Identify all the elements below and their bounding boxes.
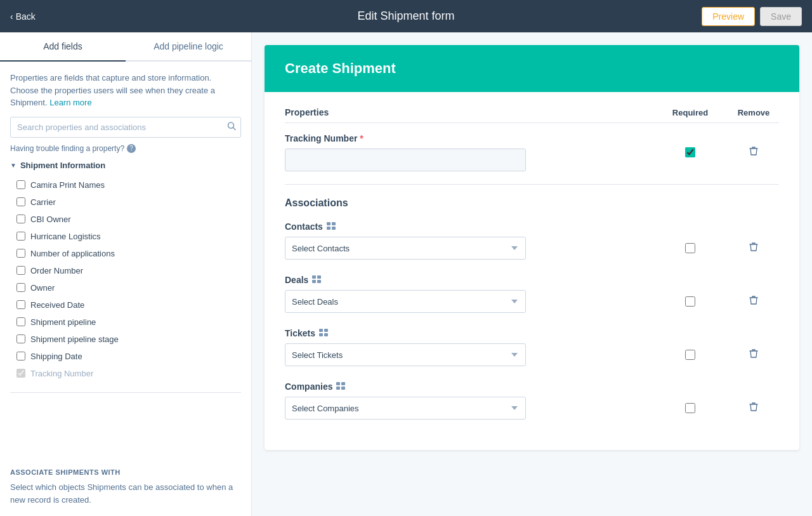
search-box — [10, 117, 241, 138]
field-checkbox[interactable] — [16, 352, 25, 361]
assoc-remove — [728, 295, 779, 308]
tracking-number-input-preview — [285, 149, 526, 171]
association-row: Deals Select Deals — [285, 275, 779, 313]
field-label: Shipping Date — [30, 352, 82, 361]
field-checkbox[interactable] — [16, 266, 25, 275]
assoc-remove-button[interactable] — [749, 295, 758, 308]
required-checkbox-tracking[interactable] — [685, 147, 695, 157]
divider — [10, 392, 241, 393]
assoc-select-input[interactable]: Select Companies — [285, 397, 526, 420]
svg-rect-7 — [317, 275, 321, 279]
tab-add-fields[interactable]: Add fields — [0, 32, 126, 62]
preview-button[interactable]: Preview — [702, 7, 755, 26]
svg-line-1 — [233, 128, 236, 130]
back-label: Back — [16, 11, 36, 22]
field-label: Tracking Number — [30, 369, 93, 378]
assoc-select-row: Select Tickets — [285, 343, 779, 366]
field-checkbox[interactable] — [16, 283, 25, 292]
field-checkbox[interactable] — [16, 197, 25, 206]
svg-rect-17 — [341, 387, 345, 390]
field-label: Shipment pipeline stage — [30, 334, 119, 344]
assoc-select-row: Select Deals — [285, 290, 779, 313]
svg-rect-16 — [336, 387, 340, 390]
field-checkbox[interactable] — [16, 334, 25, 343]
field-item: Carrier — [10, 194, 241, 211]
trouble-line: Having trouble finding a property? ? — [10, 144, 241, 153]
associations-title: Associations — [285, 197, 779, 209]
field-checkbox[interactable] — [16, 369, 25, 378]
assoc-select-input[interactable]: Select Tickets — [285, 343, 526, 366]
field-label: Camira Print Names — [30, 180, 105, 190]
field-item: Owner — [10, 279, 241, 296]
field-checkbox[interactable] — [16, 180, 25, 189]
header-left: ‹ Back — [10, 11, 36, 22]
assoc-required-checkbox[interactable] — [685, 403, 695, 413]
field-label: Order Number — [30, 266, 83, 275]
assoc-required-checkbox[interactable] — [685, 296, 695, 307]
assoc-grid-icon — [336, 381, 345, 392]
assoc-remove — [728, 348, 779, 361]
main-layout: Add fields Add pipeline logic Properties… — [0, 32, 812, 516]
assoc-remove-button[interactable] — [749, 348, 758, 361]
search-input[interactable] — [10, 117, 241, 138]
section-header-shipment[interactable]: ▼ Shipment Information — [10, 161, 241, 170]
field-label: Hurricane Logistics — [30, 232, 101, 241]
assoc-label: Deals — [285, 275, 308, 285]
svg-rect-14 — [336, 382, 340, 385]
assoc-grid-icon — [327, 222, 336, 232]
assoc-label: Contacts — [285, 222, 323, 232]
field-item: Tracking Number — [10, 365, 241, 382]
sidebar-content: Properties are fields that capture and s… — [0, 62, 251, 468]
field-checkbox[interactable] — [16, 232, 25, 241]
field-item: Shipment pipeline — [10, 314, 241, 331]
field-item: Number of applications — [10, 245, 241, 262]
help-icon[interactable]: ? — [127, 144, 136, 153]
assoc-required — [652, 350, 728, 360]
tab-add-pipeline[interactable]: Add pipeline logic — [126, 32, 251, 62]
svg-rect-11 — [324, 329, 328, 332]
svg-rect-15 — [341, 382, 345, 385]
field-checkbox[interactable] — [16, 317, 25, 326]
search-icon[interactable] — [227, 122, 236, 133]
field-label: Carrier — [30, 197, 56, 207]
section-title: Shipment Information — [20, 161, 105, 170]
save-button[interactable]: Save — [760, 7, 802, 26]
assoc-select: Select Deals — [285, 290, 652, 313]
learn-more-link[interactable]: Learn more — [49, 98, 91, 107]
assoc-remove-button[interactable] — [749, 242, 758, 255]
property-row-tracking: Tracking Number * — [285, 133, 779, 185]
back-arrow-icon: ‹ — [10, 11, 13, 22]
assoc-label: Companies — [285, 381, 332, 392]
assoc-select-input[interactable]: Select Contacts — [285, 237, 526, 260]
field-checkbox[interactable] — [16, 300, 25, 309]
back-button[interactable]: ‹ Back — [10, 11, 36, 22]
assoc-remove-button[interactable] — [749, 402, 758, 414]
field-checkbox[interactable] — [16, 215, 25, 223]
form-body: Properties Required Remove Tracking Numb… — [265, 92, 799, 450]
property-name-tracking: Tracking Number * — [285, 133, 652, 143]
svg-rect-12 — [319, 333, 323, 336]
field-label: Owner — [30, 283, 55, 293]
field-item: Shipping Date — [10, 348, 241, 365]
assoc-required-checkbox[interactable] — [685, 243, 695, 253]
form-preview: Create Shipment Properties Required Remo… — [265, 45, 799, 450]
field-checkbox[interactable] — [16, 249, 25, 258]
svg-rect-9 — [317, 280, 321, 283]
svg-rect-5 — [332, 227, 336, 230]
remove-label: Remove — [728, 108, 779, 117]
assoc-label-row: Deals — [285, 275, 779, 285]
assoc-label-row: Companies — [285, 381, 779, 392]
svg-rect-6 — [312, 275, 316, 279]
assoc-select: Select Tickets — [285, 343, 652, 366]
assoc-remove — [728, 402, 779, 414]
form-header: Create Shipment — [265, 45, 799, 92]
assoc-required-checkbox[interactable] — [685, 350, 695, 360]
assoc-select-input[interactable]: Select Deals — [285, 290, 526, 313]
sidebar-description: Properties are fields that capture and s… — [10, 72, 241, 109]
assoc-grid-icon — [319, 328, 328, 338]
field-item: Received Date — [10, 296, 241, 314]
associations-container: Contacts Select Contacts — [285, 222, 779, 420]
assoc-grid-icon — [312, 275, 321, 285]
form-title: Create Shipment — [285, 60, 779, 77]
remove-button-tracking[interactable] — [749, 146, 758, 159]
